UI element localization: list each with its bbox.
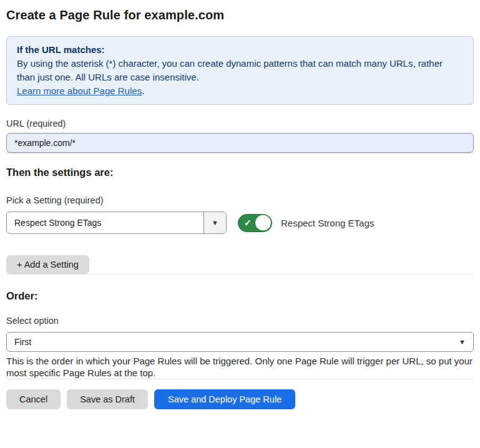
setting-dropdown[interactable]: Respect Strong ETags ▼	[6, 212, 227, 234]
check-icon: ✓	[244, 218, 252, 227]
setting-toggle[interactable]: ✓	[238, 214, 272, 232]
footer-divider	[6, 379, 474, 379]
save-deploy-button[interactable]: Save and Deploy Page Rule	[154, 389, 295, 409]
order-select-value: First	[14, 337, 31, 347]
order-select-wrap: First ▼	[6, 332, 474, 352]
cancel-button[interactable]: Cancel	[6, 389, 61, 409]
page-title: Create a Page Rule for example.com	[6, 7, 474, 22]
page-rule-form: Create a Page Rule for example.com If th…	[0, 7, 480, 409]
setting-toggle-label: Respect Strong ETags	[281, 218, 374, 228]
info-box-heading: If the URL matches:	[17, 43, 463, 57]
info-box-link-line: Learn more about Page Rules.	[17, 84, 463, 98]
footer-actions: Cancel Save as Draft Save and Deploy Pag…	[6, 389, 474, 409]
setting-dropdown-value: Respect Strong ETags	[7, 212, 203, 233]
order-section-heading: Order:	[6, 290, 474, 302]
save-draft-button[interactable]: Save as Draft	[67, 389, 148, 409]
order-help-text: This is the order in which your Page Rul…	[6, 355, 474, 379]
url-input[interactable]	[6, 133, 474, 153]
dropdown-arrow-segment[interactable]: ▼	[203, 212, 226, 233]
chevron-down-icon: ▼	[212, 219, 218, 226]
toggle-knob	[255, 215, 271, 231]
section-divider	[6, 274, 474, 275]
order-select-label: Select option	[6, 315, 474, 326]
info-box-body: By using the asterisk (*) character, you…	[17, 57, 463, 84]
setting-row: Respect Strong ETags ▼ ✓ Respect Strong …	[6, 212, 474, 234]
setting-toggle-group: ✓ Respect Strong ETags	[238, 214, 374, 232]
url-match-info-box: If the URL matches: By using the asteris…	[6, 36, 474, 105]
chevron-down-icon: ▼	[459, 338, 466, 346]
pick-setting-label: Pick a Setting (required)	[6, 195, 474, 206]
url-field-label: URL (required)	[6, 118, 474, 129]
settings-section-heading: Then the settings are:	[6, 166, 474, 178]
learn-more-link[interactable]: Learn more about Page Rules	[17, 85, 142, 96]
add-setting-button[interactable]: + Add a Setting	[6, 255, 89, 274]
section-divider	[6, 153, 474, 153]
order-select[interactable]: First ▼	[6, 332, 474, 352]
link-suffix: .	[142, 85, 144, 96]
